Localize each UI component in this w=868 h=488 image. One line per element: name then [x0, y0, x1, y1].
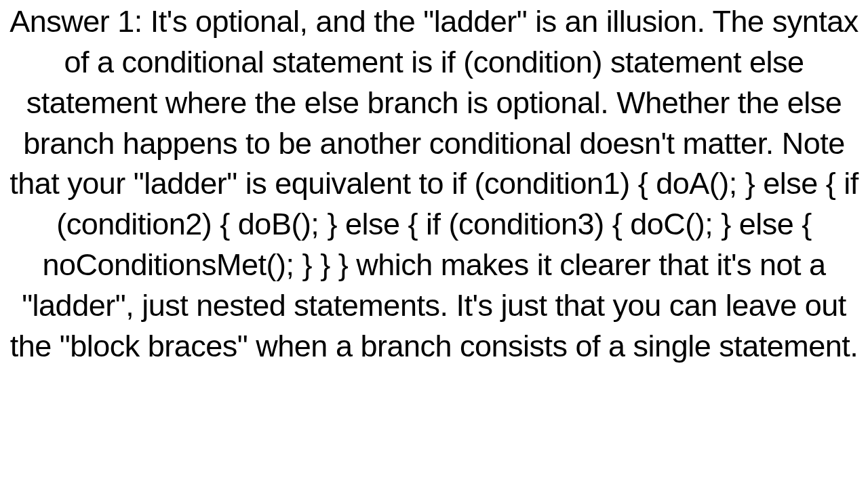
answer-text-block: Answer 1: It's optional, and the "ladder… [0, 0, 868, 488]
